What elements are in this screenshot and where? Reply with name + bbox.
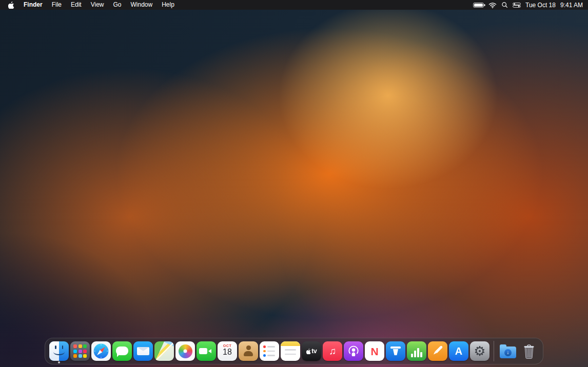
dock-item-numbers[interactable] — [407, 341, 426, 361]
app-store-icon: A — [449, 341, 468, 361]
dock-item-facetime[interactable] — [197, 341, 216, 361]
facetime-camera-icon — [197, 341, 216, 361]
menu-view[interactable]: View — [86, 0, 109, 10]
dock-item-keynote[interactable] — [386, 341, 405, 361]
menu-go[interactable]: Go — [109, 0, 126, 10]
tv-label: tv — [311, 348, 317, 355]
menu-bar-left: Finder File Edit View Go Window Help — [5, 0, 179, 10]
spotlight-search-icon[interactable] — [501, 2, 508, 8]
dock-item-news[interactable]: N — [365, 341, 384, 361]
pages-pen-icon — [428, 341, 447, 361]
dock-item-contacts[interactable] — [239, 341, 258, 361]
apple-menu-icon[interactable] — [5, 2, 19, 9]
trash-basket-icon — [519, 341, 539, 361]
control-center-icon[interactable] — [513, 3, 521, 8]
dock-item-system-settings[interactable]: ⚙ — [470, 341, 489, 361]
reminders-icon — [260, 341, 279, 361]
keynote-podium-icon — [386, 341, 405, 361]
photos-pinwheel-icon — [175, 341, 195, 361]
messages-bubble-icon — [112, 341, 132, 361]
dock-item-photos[interactable] — [175, 341, 195, 361]
wifi-icon[interactable] — [488, 2, 497, 8]
gear-glyph: ⚙ — [474, 344, 485, 358]
news-icon: N — [365, 341, 384, 361]
dock-item-mail[interactable] — [133, 341, 153, 361]
mail-envelope-icon — [133, 341, 153, 361]
download-arrow-icon: ↓ — [504, 349, 512, 356]
dock-item-downloads[interactable]: ↓ — [498, 341, 518, 361]
app-menu-finder[interactable]: Finder — [19, 0, 47, 10]
dock-item-safari[interactable] — [91, 341, 111, 361]
dock-item-finder[interactable] — [49, 341, 69, 361]
dock-item-calendar[interactable]: OCT 18 — [218, 341, 237, 361]
menu-help[interactable]: Help — [157, 0, 179, 10]
notes-icon — [281, 341, 300, 361]
dock: OCT 18 tv — [45, 338, 543, 364]
podcasts-icon — [344, 341, 363, 361]
battery-icon[interactable] — [473, 3, 484, 8]
dock-item-reminders[interactable] — [260, 341, 279, 361]
dock-item-maps[interactable] — [154, 341, 174, 361]
menu-window[interactable]: Window — [126, 0, 158, 10]
app-store-letter: A — [455, 346, 462, 356]
launchpad-icon — [70, 341, 90, 361]
calendar-month-label: OCT — [223, 344, 232, 348]
menu-bar: Finder File Edit View Go Window Help — [0, 0, 588, 10]
finder-icon — [49, 341, 69, 361]
menu-bar-date[interactable]: Tue Oct 18 — [525, 2, 556, 9]
menu-bar-time[interactable]: 9:41 AM — [560, 2, 583, 9]
dock-item-launchpad[interactable] — [70, 341, 90, 361]
dock-item-messages[interactable] — [112, 341, 132, 361]
numbers-chart-icon — [407, 341, 426, 361]
dock-item-notes[interactable] — [281, 341, 300, 361]
dock-separator — [494, 341, 494, 361]
apple-tv-icon: tv — [302, 341, 321, 361]
music-note-icon: ♫ — [323, 341, 342, 361]
safari-compass-icon — [91, 341, 111, 361]
contacts-icon — [239, 341, 258, 361]
menu-bar-status: Tue Oct 18 9:41 AM — [473, 2, 583, 9]
calendar-icon: OCT 18 — [218, 341, 237, 361]
dock-item-trash[interactable] — [519, 341, 539, 361]
gear-icon: ⚙ — [470, 341, 489, 361]
calendar-day-label: 18 — [223, 348, 232, 357]
dock-item-pages[interactable] — [428, 341, 447, 361]
music-note-glyph: ♫ — [329, 345, 336, 357]
maps-icon — [154, 341, 174, 361]
menu-edit[interactable]: Edit — [66, 0, 86, 10]
news-letter: N — [370, 346, 378, 357]
desktop-wallpaper[interactable] — [0, 10, 588, 367]
dock-item-tv[interactable]: tv — [302, 341, 321, 361]
dock-item-app-store[interactable]: A — [449, 341, 468, 361]
desktop-screen: Finder File Edit View Go Window Help — [0, 0, 588, 367]
finder-running-indicator — [58, 361, 60, 363]
dock-item-podcasts[interactable] — [344, 341, 363, 361]
menu-file[interactable]: File — [47, 0, 66, 10]
downloads-folder-icon: ↓ — [498, 341, 518, 361]
dock-item-music[interactable]: ♫ — [323, 341, 342, 361]
